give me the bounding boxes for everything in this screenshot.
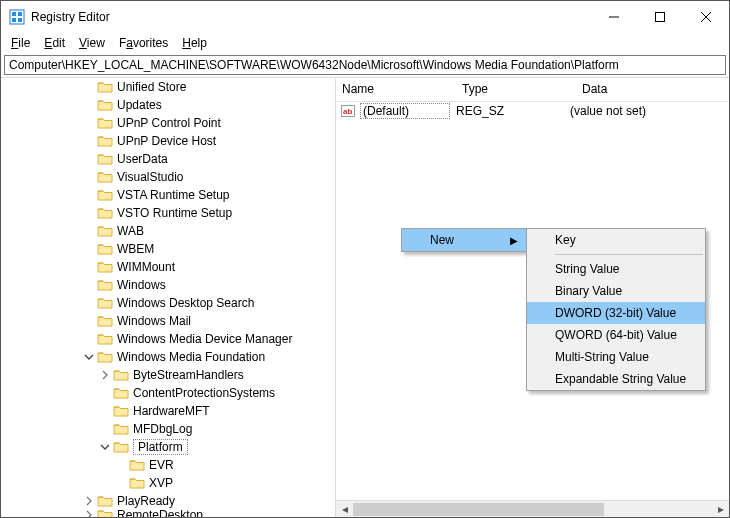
ctx-new-string[interactable]: String Value xyxy=(527,258,705,280)
tree-item[interactable]: ByteStreamHandlers xyxy=(1,366,335,384)
tree-item[interactable]: VisualStudio xyxy=(1,168,335,186)
menu-view[interactable]: View xyxy=(73,35,111,51)
scroll-left-button[interactable]: ◂ xyxy=(336,501,353,518)
folder-icon xyxy=(97,188,113,202)
menu-edit[interactable]: Edit xyxy=(38,35,71,51)
folder-icon xyxy=(97,206,113,220)
menu-separator xyxy=(555,254,703,255)
folder-icon xyxy=(97,116,113,130)
tree-item[interactable]: XVP xyxy=(1,474,335,492)
maximize-button[interactable] xyxy=(637,1,683,33)
tree-item[interactable]: RemoteDesktop xyxy=(1,510,335,517)
col-data[interactable]: Data xyxy=(576,78,729,101)
svg-text:ab: ab xyxy=(343,107,352,116)
tree-item[interactable]: WBEM xyxy=(1,240,335,258)
chevron-right-icon[interactable] xyxy=(81,510,97,517)
tree-item-label: Windows Mail xyxy=(117,314,191,328)
folder-icon xyxy=(97,98,113,112)
folder-icon xyxy=(97,296,113,310)
tree-item-label: UPnP Device Host xyxy=(117,134,216,148)
tree-item[interactable]: Updates xyxy=(1,96,335,114)
folder-icon xyxy=(97,134,113,148)
tree-item[interactable]: Windows Mail xyxy=(1,312,335,330)
main-split: Unified Store Updates UPnP Control Point… xyxy=(1,77,729,517)
ctx-new-multistring[interactable]: Multi-String Value xyxy=(527,346,705,368)
ctx-new-binary[interactable]: Binary Value xyxy=(527,280,705,302)
ctx-new-qword[interactable]: QWORD (64-bit) Value xyxy=(527,324,705,346)
tree-item-label: Windows Desktop Search xyxy=(117,296,254,310)
tree-item[interactable]: UPnP Device Host xyxy=(1,132,335,150)
folder-icon xyxy=(113,422,129,436)
context-submenu-new: Key String Value Binary Value DWORD (32-… xyxy=(526,228,706,391)
tree-item-label: Windows Media Foundation xyxy=(117,350,265,364)
title-bar: Registry Editor xyxy=(1,1,729,33)
string-value-icon: ab xyxy=(340,103,356,119)
value-name: (Default) xyxy=(360,103,450,119)
chevron-down-icon[interactable] xyxy=(97,439,113,455)
svg-rect-2 xyxy=(18,12,22,16)
tree-item-label: Updates xyxy=(117,98,162,112)
tree-item[interactable]: WAB xyxy=(1,222,335,240)
values-h-scrollbar[interactable]: ◂ ▸ xyxy=(336,500,729,517)
tree-item-label: VSTO Runtime Setup xyxy=(117,206,232,220)
tree-item[interactable]: WIMMount xyxy=(1,258,335,276)
svg-rect-6 xyxy=(656,13,665,22)
window-title: Registry Editor xyxy=(31,10,591,24)
tree-item-label: WBEM xyxy=(117,242,154,256)
chevron-down-icon[interactable] xyxy=(81,349,97,365)
tree-item[interactable]: Windows Media Foundation xyxy=(1,348,335,366)
tree-item-label: UPnP Control Point xyxy=(117,116,221,130)
tree-item-label: Platform xyxy=(136,440,185,454)
tree-item-label: Unified Store xyxy=(117,80,186,94)
tree-item[interactable]: Windows xyxy=(1,276,335,294)
ctx-new-key[interactable]: Key xyxy=(527,229,705,251)
tree-item[interactable]: MFDbgLog xyxy=(1,420,335,438)
svg-rect-1 xyxy=(12,12,16,16)
tree-item[interactable]: HardwareMFT xyxy=(1,402,335,420)
tree-item[interactable]: UserData xyxy=(1,150,335,168)
ctx-new-expandstring[interactable]: Expandable String Value xyxy=(527,368,705,390)
address-bar[interactable]: Computer\HKEY_LOCAL_MACHINE\SOFTWARE\WOW… xyxy=(4,55,726,75)
scroll-right-button[interactable]: ▸ xyxy=(712,501,729,518)
menu-file[interactable]: File xyxy=(5,35,36,51)
folder-icon xyxy=(97,510,113,517)
tree-item[interactable]: UPnP Control Point xyxy=(1,114,335,132)
tree-item[interactable]: VSTA Runtime Setup xyxy=(1,186,335,204)
tree-item-label: RemoteDesktop xyxy=(117,510,203,517)
svg-rect-4 xyxy=(18,18,22,22)
svg-rect-3 xyxy=(12,18,16,22)
tree-pane[interactable]: Unified Store Updates UPnP Control Point… xyxy=(1,78,336,517)
tree-item[interactable]: Windows Desktop Search xyxy=(1,294,335,312)
close-button[interactable] xyxy=(683,1,729,33)
tree-item[interactable]: PlayReady xyxy=(1,492,335,510)
tree-item[interactable]: Platform xyxy=(1,438,335,456)
tree-item[interactable]: Windows Media Device Manager xyxy=(1,330,335,348)
chevron-right-icon[interactable] xyxy=(81,493,97,509)
ctx-new-dword[interactable]: DWORD (32-bit) Value xyxy=(527,302,705,324)
tree-item-label: PlayReady xyxy=(117,494,175,508)
tree-item[interactable]: ContentProtectionSystems xyxy=(1,384,335,402)
tree-item[interactable]: VSTO Runtime Setup xyxy=(1,204,335,222)
submenu-arrow-icon: ▶ xyxy=(510,235,518,246)
tree-item-label: WIMMount xyxy=(117,260,175,274)
values-pane[interactable]: Name Type Data ab (Default) REG_SZ (valu… xyxy=(336,78,729,517)
tree-item-label: Windows Media Device Manager xyxy=(117,332,292,346)
tree-item-label: ByteStreamHandlers xyxy=(133,368,244,382)
folder-icon xyxy=(97,260,113,274)
tree-item-label: ContentProtectionSystems xyxy=(133,386,275,400)
ctx-new[interactable]: New ▶ xyxy=(402,229,526,251)
tree-item-label: HardwareMFT xyxy=(133,404,210,418)
folder-icon xyxy=(97,242,113,256)
minimize-button[interactable] xyxy=(591,1,637,33)
tree-item[interactable]: Unified Store xyxy=(1,78,335,96)
menu-favorites[interactable]: Favorites xyxy=(113,35,174,51)
column-headers[interactable]: Name Type Data xyxy=(336,78,729,102)
menu-help[interactable]: Help xyxy=(176,35,213,51)
address-text: Computer\HKEY_LOCAL_MACHINE\SOFTWARE\WOW… xyxy=(9,58,619,72)
col-type[interactable]: Type xyxy=(456,78,576,101)
tree-item[interactable]: EVR xyxy=(1,456,335,474)
col-name[interactable]: Name xyxy=(336,78,456,101)
chevron-right-icon[interactable] xyxy=(97,367,113,383)
value-row-default[interactable]: ab (Default) REG_SZ (value not set) xyxy=(336,102,729,120)
folder-icon xyxy=(113,368,129,382)
